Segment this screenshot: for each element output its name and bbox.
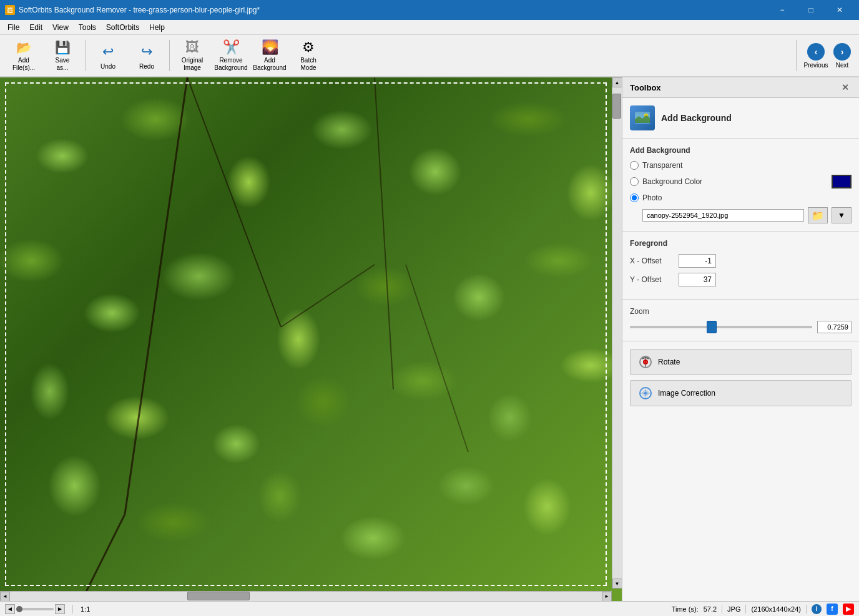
toolbox-panel: Toolbox ✕ Add Background Add Background: [622, 77, 859, 601]
zoom-value-input[interactable]: [817, 321, 852, 333]
batch-label: BatchMode: [300, 57, 317, 72]
background-image: [0, 77, 622, 601]
save-as-button[interactable]: 💾 Saveas...: [44, 37, 81, 74]
add-bg-svg: [634, 109, 651, 127]
browse-button[interactable]: 📁: [808, 207, 828, 223]
original-image-label: OriginalImage: [182, 57, 203, 72]
vertical-scroll-thumb[interactable]: [612, 94, 621, 119]
photo-option[interactable]: Photo: [630, 193, 852, 202]
remove-background-button[interactable]: ✂️ RemoveBackground: [212, 37, 250, 74]
undo-button[interactable]: ↩ Undo: [89, 37, 127, 74]
y-offset-row: Y - Offset: [630, 273, 852, 286]
menu-bar: File Edit View Tools SoftOrbits Help: [0, 20, 859, 35]
menu-file[interactable]: File: [2, 20, 24, 35]
rotate-icon: [638, 354, 653, 369]
toolbox-close-button[interactable]: ✕: [839, 81, 852, 94]
status-right: Time (s): 57.2 JPG (2160x1440x24) i f ▶: [672, 604, 854, 615]
background-color-radio[interactable]: [630, 177, 639, 186]
photo-radio[interactable]: [630, 193, 639, 202]
canvas-area[interactable]: ▲ ▼ ◄ ►: [0, 77, 622, 601]
vertical-scrollbar[interactable]: ▲ ▼: [612, 77, 622, 589]
zoom-thumb[interactable]: [707, 321, 717, 333]
y-offset-input[interactable]: [679, 273, 716, 286]
rotate-button[interactable]: Rotate: [630, 349, 852, 375]
menu-edit[interactable]: Edit: [24, 20, 47, 35]
scroll-left-button[interactable]: ◄: [0, 592, 10, 602]
status-sep-2: [722, 605, 722, 614]
scroll-right-button[interactable]: ►: [602, 592, 612, 602]
transparent-radio[interactable]: [630, 161, 639, 170]
zoom-out-button[interactable]: ◄: [5, 604, 15, 614]
background-options: Transparent Background Color Photo: [630, 161, 852, 223]
app-icon: 🖼: [5, 5, 15, 15]
status-bar: ◄ ► 1:1 Time (s): 57.2 JPG (2160x1440x24…: [0, 601, 859, 616]
scroll-up-button[interactable]: ▲: [612, 77, 622, 87]
toolbar-separator-1: [85, 40, 86, 71]
svg-point-19: [644, 392, 647, 394]
image-correction-icon: [638, 386, 653, 401]
zoom-controls[interactable]: ◄ ►: [5, 604, 65, 614]
close-button[interactable]: ✕: [825, 0, 854, 20]
zoom-mini-track: [16, 608, 54, 610]
background-color-option[interactable]: Background Color: [630, 175, 852, 188]
status-sep-3: [745, 605, 746, 614]
nav-separator: [796, 40, 797, 71]
x-offset-input[interactable]: [679, 254, 716, 268]
youtube-icon[interactable]: ▶: [843, 604, 854, 615]
transparent-option[interactable]: Transparent: [630, 161, 852, 170]
image-correction-button[interactable]: Image Correction: [630, 380, 852, 406]
color-swatch[interactable]: [832, 175, 852, 188]
toolbar: 📂 AddFile(s)... 💾 Saveas... ↩ Undo ↪ Red…: [0, 35, 859, 77]
transparent-label: Transparent: [642, 161, 682, 170]
info-icon[interactable]: i: [812, 604, 822, 614]
x-offset-label: X - Offset: [630, 257, 674, 265]
zoom-in-button[interactable]: ►: [55, 604, 65, 614]
add-files-label: AddFile(s)...: [12, 57, 35, 72]
zoom-section: Zoom: [622, 300, 859, 341]
background-color-label: Background Color: [642, 177, 702, 186]
remove-bg-label: RemoveBackground: [214, 57, 247, 72]
add-background-title: Add Background: [661, 113, 732, 123]
add-background-button[interactable]: 🌄 AddBackground: [251, 37, 288, 74]
zoom-label: Zoom: [630, 307, 852, 316]
add-bg-icon: 🌄: [260, 39, 280, 56]
photo-file-input[interactable]: [642, 209, 804, 222]
add-background-section: Add Background Transparent Background Co…: [622, 139, 859, 232]
batch-icon: ⚙: [298, 39, 318, 56]
zoom-mini-thumb[interactable]: [16, 606, 22, 612]
menu-tools[interactable]: Tools: [74, 20, 101, 35]
redo-button[interactable]: ↪ Redo: [128, 37, 165, 74]
toolbox-header: Toolbox ✕: [622, 77, 859, 98]
horizontal-scrollbar[interactable]: ◄ ►: [0, 591, 612, 601]
horizontal-scroll-thumb[interactable]: [187, 592, 250, 600]
menu-help[interactable]: Help: [144, 20, 170, 35]
photo-label: Photo: [642, 193, 662, 202]
original-image-button[interactable]: 🖼 OriginalImage: [174, 37, 211, 74]
facebook-icon[interactable]: f: [827, 604, 838, 615]
previous-button[interactable]: ‹ Previous: [804, 37, 828, 74]
next-label: Next: [836, 62, 849, 69]
vertical-scroll-track[interactable]: [612, 87, 622, 579]
menu-view[interactable]: View: [47, 20, 74, 35]
toolbox-title: Toolbox: [630, 83, 661, 92]
browse-button-2[interactable]: ▼: [832, 207, 852, 223]
zoom-mini-slider[interactable]: [16, 605, 54, 613]
zoom-slider[interactable]: [630, 326, 812, 328]
horizontal-scroll-track[interactable]: [10, 592, 602, 601]
maximize-button[interactable]: □: [797, 0, 825, 20]
minimize-button[interactable]: −: [768, 0, 797, 20]
time-value: 57.2: [704, 605, 717, 613]
add-files-button[interactable]: 📂 AddFile(s)...: [5, 37, 42, 74]
next-button[interactable]: › Next: [830, 37, 854, 74]
redo-icon: ↪: [137, 42, 157, 62]
image-correction-svg: [638, 386, 653, 401]
batch-mode-button[interactable]: ⚙ BatchMode: [290, 37, 327, 74]
photo-file-row: 📁 ▼: [642, 207, 852, 223]
scroll-down-button[interactable]: ▼: [612, 579, 622, 589]
zoom-row: [630, 321, 852, 333]
undo-icon: ↩: [98, 42, 118, 62]
image-correction-label: Image Correction: [658, 389, 715, 398]
status-sep-1: [72, 605, 73, 614]
foreground-section: Foregrond X - Offset Y - Offset: [622, 232, 859, 300]
menu-softorbits[interactable]: SoftOrbits: [101, 20, 144, 35]
